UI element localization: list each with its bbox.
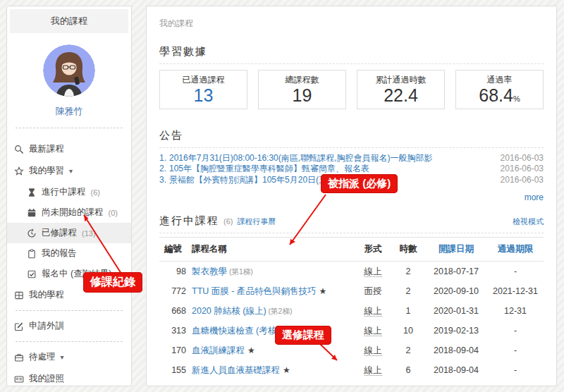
sidebar-item-completed-courses[interactable]: 已修課程 (13) <box>7 223 131 243</box>
hourglass-icon <box>27 188 37 197</box>
announcement-number: 1. <box>159 153 166 164</box>
assigned-star-icon: ★ <box>283 365 290 375</box>
table-row: 772 TTU 面膜 - 產品特色與銷售技巧★ 面授 2 2020-09-10 … <box>159 281 544 301</box>
announcement-number: 3. <box>159 175 166 186</box>
course-batch-label: (第2梯) <box>269 307 293 315</box>
stat-value: 22.4 <box>359 86 443 106</box>
calendar-icon <box>27 208 37 218</box>
checkbox-icon <box>27 269 37 279</box>
stat-card-total-courses: 總課程數 19 <box>258 70 346 109</box>
annotation-elective-courses: 選修課程 <box>275 326 331 345</box>
chevron-down-icon: ▾ <box>61 353 64 361</box>
course-batch-label: (第1梯) <box>229 267 253 276</box>
announcement-date: 2016-06-03 <box>494 175 544 186</box>
menu-label: 待處理 <box>29 351 56 363</box>
menu-count: (13) <box>82 229 96 238</box>
courses-table: 編號 課程名稱 形式 時數 開課日期 通過期限 98 製衣教學(第1梯) 線上 … <box>159 237 544 380</box>
course-calendar-link[interactable]: 課程行事曆 <box>237 216 276 227</box>
col-name: 課程名稱 <box>189 238 355 262</box>
menu-count: (6) <box>91 188 100 197</box>
stat-label: 已通過課程 <box>161 74 245 86</box>
col-deadline-sort[interactable]: 通過期限 <box>487 238 544 262</box>
menu-label: 我的證照 <box>29 373 64 385</box>
table-row: 155 新進人員血液基礎課程★ 線上 6 2018-09-04 - <box>159 360 544 380</box>
table-header-row: 編號 課程名稱 形式 時數 開課日期 通過期限 <box>159 238 544 262</box>
history-icon <box>27 228 37 238</box>
col-start-sort[interactable]: 開課日期 <box>425 238 487 262</box>
divider <box>16 310 123 311</box>
stat-label: 通過率 <box>458 74 541 86</box>
stat-card-pass-rate: 通過率 68.4% <box>455 70 544 109</box>
star-icon <box>14 166 24 176</box>
sidebar-item-in-progress[interactable]: 進行中課程 (6) <box>7 182 131 202</box>
courses-header: 進行中課程 (6) 課程行事曆 檢視模式 <box>159 214 544 233</box>
user-name-link[interactable]: 陳雅竹 <box>7 105 131 118</box>
announcement-link[interactable]: 2. 105年【胸腔暨重症醫學專科醫師】甄審簡章、報名表 2016-06-03 <box>159 164 544 175</box>
announcement-date: 2016-06-03 <box>494 164 544 175</box>
table-row: 170 血液訓練課程★ 線上 2 2018-09-04 - <box>159 341 544 360</box>
search-icon <box>14 145 24 154</box>
course-link[interactable]: 新進人員血液基礎課程★ <box>189 360 355 380</box>
stat-label: 總課程數 <box>260 74 344 86</box>
divider <box>16 128 123 128</box>
sidebar: 我的課程 陳雅竹 <box>6 6 132 386</box>
stat-label: 累計通過時數 <box>359 74 443 86</box>
briefcase-icon <box>14 353 24 362</box>
courses-count: (6) <box>223 217 233 226</box>
sidebar-title: 我的課程 <box>10 9 128 33</box>
announcement-number: 2. <box>159 164 166 175</box>
menu-label: 申請外訓 <box>29 320 64 332</box>
announcement-link[interactable]: 1. 2016年7月31(日)08:00-16:30(南區,聯甄課程,胸腔會員報… <box>159 153 544 164</box>
clipboard-icon <box>27 249 37 259</box>
stat-card-passed-courses: 已通過課程 13 <box>159 70 247 109</box>
main-panel: 我的課程 學習數據 已通過課程 13 總課程數 19 累計通過時數 22.4 通… <box>146 6 557 386</box>
courses-title: 進行中課程 <box>159 214 219 228</box>
table-row: 668 2020 肺結核 (線上)(第2梯) 線上 1 2020-01-31 1… <box>159 301 544 321</box>
assigned-star-icon: ★ <box>247 345 255 355</box>
menu-label: 我的報告 <box>42 247 77 259</box>
assigned-star-icon: ★ <box>319 286 326 296</box>
sidebar-item-not-started[interactable]: 尚未開始的課程 (0) <box>7 202 131 223</box>
menu-label: 最新課程 <box>29 143 64 155</box>
menu-label: 尚未開始的課程 <box>42 207 104 219</box>
chevron-down-icon: ▾ <box>69 167 73 175</box>
menu-label: 我的學習 <box>29 165 64 177</box>
stats-section-title: 學習數據 <box>159 45 544 64</box>
edit-icon <box>14 321 24 331</box>
col-id: 編號 <box>159 238 189 262</box>
announcements-title: 公告 <box>159 129 544 148</box>
course-link[interactable]: 2020 肺結核 (線上)(第2梯) <box>189 301 355 321</box>
sidebar-item-pending[interactable]: 待處理 ▾ <box>7 346 131 368</box>
menu-label: 進行中課程 <box>42 186 86 198</box>
sidebar-item-external-training[interactable]: 申請外訓 <box>7 315 131 337</box>
breadcrumb: 我的課程 <box>159 18 544 30</box>
annotation-course-record: 修課紀錄 <box>83 272 142 293</box>
menu-label: 我的學程 <box>29 289 64 301</box>
course-link[interactable]: 製衣教學(第1梯) <box>189 262 355 282</box>
col-type: 形式 <box>355 238 391 262</box>
menu-count: (0) <box>109 209 118 217</box>
view-mode-link[interactable]: 檢視模式 <box>513 216 544 227</box>
table-row: 313 血糖機快速檢查 (考核)★ 線上 10 2019-02-13 - <box>159 321 544 341</box>
sidebar-item-my-certificates[interactable]: 我的證照 <box>7 368 131 390</box>
sidebar-item-my-learning[interactable]: 我的學習 ▾ <box>7 160 131 182</box>
menu-label: 已修課程 <box>42 227 77 239</box>
avatar <box>43 44 95 97</box>
divider <box>16 341 123 342</box>
stat-card-passed-hours: 累計通過時數 22.4 <box>357 70 445 109</box>
stat-value: 68.4% <box>458 86 541 106</box>
more-link[interactable]: more <box>525 192 544 202</box>
table-row: 98 製衣教學(第1梯) 線上 2 2018-07-17 - <box>159 262 544 282</box>
sidebar-menu: 最新課程 我的學習 ▾ 進行中課程 (6) 尚未開始的課程 (0) 已修課程 (… <box>7 138 131 392</box>
annotation-assigned-required: 被指派 (必修) <box>321 174 398 193</box>
course-link[interactable]: TTU 面膜 - 產品特色與銷售技巧★ <box>189 281 355 301</box>
col-hours: 時數 <box>391 238 425 262</box>
sidebar-item-my-reports[interactable]: 我的報告 <box>7 243 131 264</box>
grid-icon <box>14 290 24 300</box>
stat-value: 19 <box>260 86 344 106</box>
sidebar-item-latest-courses[interactable]: 最新課程 <box>7 138 131 160</box>
stat-value: 13 <box>161 86 245 106</box>
announcement-date: 2016-06-03 <box>494 153 544 164</box>
idcard-icon <box>14 374 24 384</box>
percent-suffix: % <box>513 94 520 103</box>
